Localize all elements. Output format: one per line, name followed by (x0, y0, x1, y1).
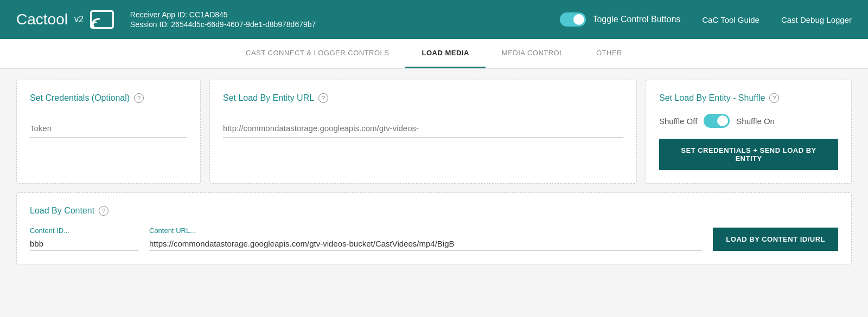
toggle-section: Toggle Control Buttons (560, 12, 680, 27)
content-id-label: Content ID... (30, 227, 138, 235)
tab-cast-connect[interactable]: CAST CONNECT & LOGGER CONTROLS (229, 39, 405, 68)
tab-load-media[interactable]: LOAD MEDIA (405, 39, 485, 68)
token-input[interactable] (30, 119, 187, 138)
shuffle-card-title: Set Load By Entity - Shuffle ? (659, 93, 838, 103)
tabs-bar: CAST CONNECT & LOGGER CONTROLS LOAD MEDI… (0, 39, 868, 69)
main-content: Set Credentials (Optional) ? Set Load By… (0, 69, 868, 275)
header-info: Receiver App ID: CC1AD845 Session ID: 26… (130, 10, 539, 29)
content-id-group: Content ID... (30, 227, 138, 251)
entity-url-input[interactable] (223, 119, 623, 138)
top-cards-row: Set Credentials (Optional) ? Set Load By… (16, 80, 852, 184)
header-nav: CaC Tool Guide Cast Debug Logger (702, 15, 852, 24)
content-url-input[interactable] (149, 237, 702, 251)
content-id-input[interactable] (30, 237, 138, 251)
shuffle-card: Set Load By Entity - Shuffle ? Shuffle O… (646, 80, 852, 184)
logo: Cactool v2 (16, 10, 114, 29)
logo-version: v2 (74, 15, 84, 24)
nav-guide[interactable]: CaC Tool Guide (702, 15, 760, 24)
svg-point-1 (91, 24, 94, 28)
credentials-card: Set Credentials (Optional) ? (16, 80, 201, 184)
content-url-group: Content URL... (149, 227, 702, 251)
content-url-label: Content URL... (149, 227, 702, 235)
load-content-row: Content ID... Content URL... LOAD BY CON… (30, 227, 838, 251)
load-content-button[interactable]: LOAD BY CONTENT ID/URL (713, 228, 838, 251)
shuffle-toggle-row: Shuffle Off Shuffle On (659, 114, 838, 128)
credentials-card-title: Set Credentials (Optional) ? (30, 93, 187, 103)
entity-url-help-icon[interactable]: ? (318, 93, 328, 103)
shuffle-off-label: Shuffle Off (659, 117, 697, 126)
receiver-app-id: Receiver App ID: CC1AD845 (130, 10, 539, 19)
nav-logger[interactable]: Cast Debug Logger (781, 15, 852, 24)
app-header: Cactool v2 Receiver App ID: CC1AD845 Ses… (0, 0, 868, 39)
shuffle-help-icon[interactable]: ? (769, 93, 779, 103)
send-load-by-entity-button[interactable]: SET CREDENTIALS + SEND LOAD BY ENTITY (659, 139, 838, 170)
toggle-label: Toggle Control Buttons (592, 15, 680, 24)
session-id: Session ID: 26544d5c-66d9-4607-9de1-d8b9… (130, 20, 539, 29)
credentials-help-icon[interactable]: ? (134, 93, 144, 103)
load-content-help-icon[interactable]: ? (99, 206, 108, 216)
load-content-card: Load By Content ? Content ID... Content … (16, 192, 852, 264)
control-buttons-toggle[interactable] (560, 12, 586, 27)
shuffle-toggle[interactable] (704, 114, 730, 128)
tab-media-control[interactable]: MEDIA CONTROL (486, 39, 580, 68)
cast-icon (90, 10, 114, 29)
tab-other[interactable]: OTHER (580, 39, 639, 68)
shuffle-on-label: Shuffle On (736, 117, 775, 126)
entity-url-card: Set Load By Entity URL ? (209, 80, 637, 184)
load-content-title: Load By Content ? (30, 206, 838, 216)
entity-url-card-title: Set Load By Entity URL ? (223, 93, 623, 103)
logo-text: Cactool (16, 11, 68, 28)
